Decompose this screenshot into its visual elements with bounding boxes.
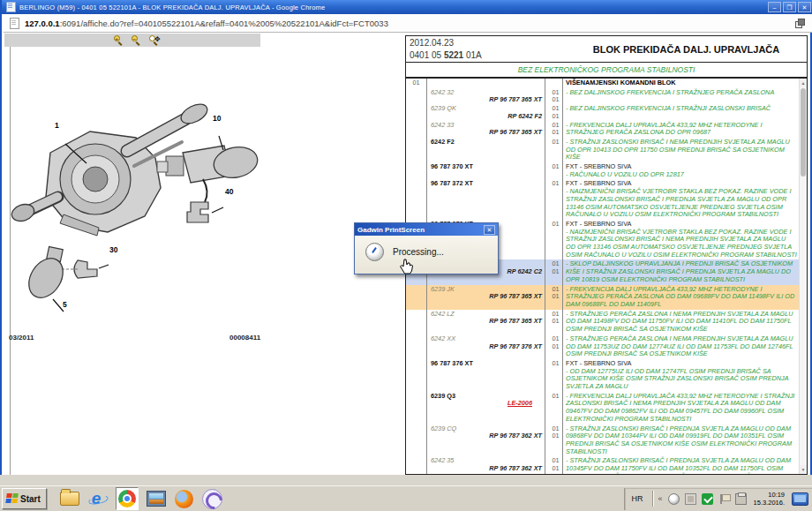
printscreen-clock-icon [365,243,384,261]
chrome-icon[interactable] [116,487,139,510]
scroll-down-icon[interactable]: ▼ [800,465,807,474]
callout-30[interactable]: 30 [109,245,117,254]
part-description: - FREKVENCIJA DALJ UPRAVLJAČA 433,92 MHZ… [566,393,797,424]
part-description: - FREKVENCIJA DALJ UPRAVLJAČA 433,92 MHZ… [566,286,797,309]
bittorrent-icon[interactable] [202,488,223,509]
part-description: - RAČUNALO U VOZILU OD OPR 12817 [566,171,797,179]
window-title: BERLINGO (M59) - 0401 05 522101A - BLOK … [19,4,768,11]
table-row[interactable]: 6242 LZRP 96 787 365 XT0101- STRAŽNJEG P… [406,310,799,334]
scroll-up-icon[interactable]: ▲ [800,79,807,87]
part-reference[interactable]: RP 96 787 365 XT [427,129,545,137]
quantity: 01 [545,163,562,171]
header-date-box: 2012.04.23 0401 05 5221 01A [405,35,567,63]
quantity: 01 [545,221,562,229]
layers-icon[interactable] [795,19,805,28]
hand-cursor-icon [399,259,413,274]
table-row[interactable]: 6242 33RP 96 787 365 XT0101- FREKVENCIJA… [406,121,799,138]
zoom-pan-icon[interactable]: ✥ [147,34,159,46]
explorer-folder-icon[interactable] [59,488,80,509]
variant-subtitle: BEZ ELEKTRONIČKOG PROGRAMA STABILNOSTI [405,63,808,78]
quantity: 01 [545,139,562,147]
callout-1[interactable]: 1 [55,121,59,130]
table-row[interactable]: 6239 CQRP 96 787 362 XT0101- STRAŽNJI ZA… [406,425,799,457]
part-reference[interactable]: RP 96 787 365 XT [427,318,545,326]
card-tray-icon[interactable] [685,493,696,505]
part-reference[interactable]: RP 96 787 376 XT [427,343,545,351]
quantity: 01 [545,129,562,137]
part-reference[interactable]: RP 6242 F2 [427,113,545,121]
part-reference[interactable]: RP 96 787 365 XT [427,293,545,301]
part-reference[interactable]: RP 96 787 362 XT [427,465,545,473]
page-favicon [6,2,16,12]
hidden-icons-chevron[interactable]: « [658,494,663,503]
restore-icon[interactable]: ❐ [783,2,796,12]
drawing-plate-ref: 00008411 [229,334,260,342]
table-row[interactable]: 6239 JKRP 96 787 365 XT0101- FREKVENCIJA… [406,285,799,310]
quantity: 01 [545,393,562,401]
table-row[interactable]: 6242 F201- STRAŽNJI ZASLONSKI BRISAČ I N… [406,138,799,162]
quantity: 01 [545,268,562,276]
part-reference[interactable]: LE-2006 [427,400,545,408]
url-text[interactable]: 127.0.0.1:6091/affiche.do?ref=0401055221… [25,19,388,28]
firefox-icon[interactable] [174,488,195,509]
quick-launch: e [59,487,223,510]
part-description: - STRAŽNJI ZASLONSKI BRISAČ I PREDNJA SV… [566,457,797,474]
quantity: 01 [545,465,562,473]
document-icon [10,18,19,29]
address-bar[interactable]: 127.0.0.1:6091/affiche.do?ref=0401055221… [4,14,812,33]
language-indicator[interactable]: HR [628,494,647,503]
dialog-title-bar[interactable]: Gadwin PrintScreen ✕ [355,223,498,236]
part-reference[interactable]: 6242 F2 [427,139,545,147]
part-reference[interactable]: 96 787 372 XT [427,180,545,188]
zoom-toolbar: + – ✥ [4,34,260,47]
part-reference[interactable]: 96 787 376 XT [427,360,545,368]
part-description: - FREKVENCIJA DALJ UPRAVLJAČA 433,92 MHZ… [566,122,797,137]
dialog-message: Processing... [393,247,444,257]
start-button[interactable]: Start [2,488,47,509]
gadwin-printscreen-dialog[interactable]: Gadwin PrintScreen ✕ Processing... [354,222,499,274]
callout-40[interactable]: 40 [225,187,233,196]
windows-logo-icon [5,493,19,504]
table-row[interactable]: 6242 32RP 96 787 365 XT0101- BEZ DALJINS… [406,88,799,104]
image-viewer-icon[interactable] [146,488,167,509]
printer-tray-icon[interactable] [735,493,747,505]
browser-window: BERLINGO (M59) - 0401 05 522101A - BLOK … [0,0,812,485]
flag-tray-icon[interactable] [718,493,730,505]
table-row[interactable]: 01VIŠENAMJENSKI KOMANDNI BLOK [406,79,799,88]
part-description: - BEZ DALJINSKOG FREKVENCIJA I STRAŽNJI … [566,105,797,113]
table-row[interactable]: 6242 35RP 96 787 362 XT0101- STRAŽNJI ZA… [406,456,799,474]
dialog-close-icon[interactable]: ✕ [484,225,495,235]
tray-clock[interactable]: 10:19 15.3.2016. [752,491,786,507]
part-reference[interactable]: RP 96 787 365 XT [427,96,545,104]
display-tray-icon[interactable] [792,492,808,506]
scrollbar-thumb[interactable] [801,88,806,177]
gadwin-tray-icon[interactable] [668,493,680,505]
title-bar[interactable]: BERLINGO (M59) - 0401 05 522101A - BLOK … [2,0,812,14]
table-row[interactable]: 6239 QKRP 6242 F20101- BEZ DALJINSKOG FR… [406,104,799,120]
drawing-date: 03/2011 [9,334,34,342]
internet-explorer-icon[interactable]: e [87,488,109,509]
part-description: - STRAŽNJEG PERAČA ZASLONA I NEMA PREDNJ… [566,311,797,334]
callout-5[interactable]: 5 [63,300,67,309]
close-icon[interactable]: ✕ [798,2,811,12]
part-description: VIŠENAMJENSKI KOMANDNI BLOK [566,79,797,87]
table-row[interactable]: 6239 Q3LE-200601- FREKVENCIJA DALJ UPRAV… [406,392,799,425]
part-description: - STRAŽNJEG PERAČA ZASLONA I NEMA PREDNJ… [566,335,797,358]
zoom-in-icon[interactable]: + [112,34,124,46]
table-row[interactable]: 96 787 376 XT01FXT - SREBRNO SIVA- OD DA… [406,359,799,392]
exploded-view-panel: + – ✥ [2,33,405,477]
part-reference[interactable]: RP 96 787 362 XT [427,432,545,440]
update-tray-icon[interactable] [702,493,713,505]
taskbar: Start e HR « 10:19 15.3.2016. [0,485,812,511]
table-scrollbar[interactable]: ▲ ▼ [799,79,807,474]
url-path: :6091/affiche.do?ref=040105522101A&refaf… [60,19,388,28]
callout-10[interactable]: 10 [213,114,221,123]
table-row[interactable]: 6242 XXRP 96 787 376 XT0101- STRAŽNJEG P… [406,334,799,359]
table-row[interactable]: 96 787 372 XT01FXT - SREBRNO SIVA- NAIZM… [406,179,799,220]
quantity: 01 [545,113,562,121]
part-description: - NAIZMJENIČNI BRISAČ VJETROBR STAKLA BE… [566,229,797,259]
minimize-icon[interactable]: – [768,2,781,12]
table-row[interactable]: 96 787 370 XT01FXT - SREBRNO SIVA- RAČUN… [406,162,799,179]
part-reference[interactable]: 96 787 370 XT [427,163,545,171]
zoom-out-icon[interactable]: – [130,34,141,46]
